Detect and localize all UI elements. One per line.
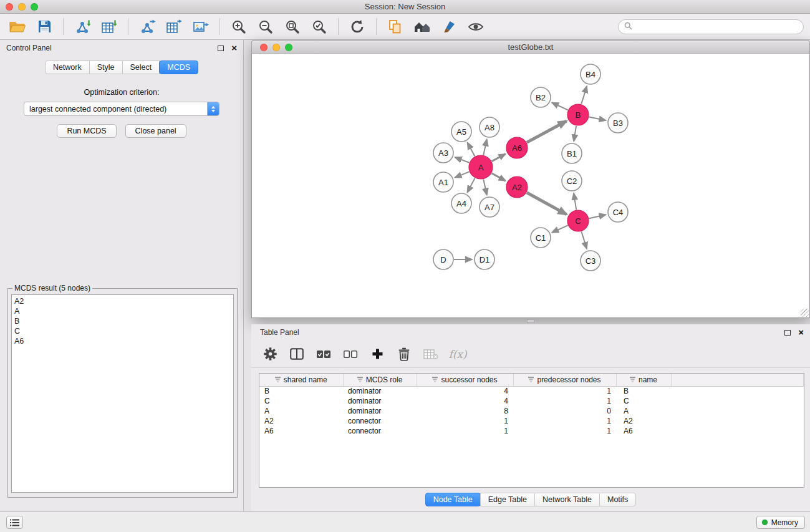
mcds-result-item[interactable]: A6	[14, 336, 231, 346]
table-cell[interactable]: 1	[513, 386, 616, 396]
table-row[interactable]: A6connector11A6	[259, 426, 804, 436]
table-cell[interactable]: A	[259, 406, 343, 416]
table-cell[interactable]: A2	[616, 416, 671, 426]
zoom-window-button[interactable]	[31, 3, 38, 11]
unchecked-boxes-icon[interactable]	[342, 346, 359, 363]
table-export-icon[interactable]	[163, 17, 185, 37]
network-node-B4[interactable]: B4	[581, 64, 600, 84]
magnifier-plus-icon[interactable]	[228, 17, 250, 37]
splitter-handle[interactable]	[527, 319, 534, 323]
dropdown-stepper-icon[interactable]	[207, 102, 219, 115]
column-header-shared-name[interactable]: shared name	[259, 374, 343, 386]
table-cell[interactable]: 4	[417, 386, 513, 396]
memory-button[interactable]: Memory	[756, 516, 805, 529]
network-node-A4[interactable]: A4	[451, 193, 471, 213]
network-node-B2[interactable]: B2	[531, 87, 551, 107]
table-cell[interactable]: C	[616, 396, 671, 406]
tab-style[interactable]: Style	[89, 60, 123, 74]
network-edge-C-C2[interactable]	[574, 193, 576, 210]
network-node-A6[interactable]: A6	[506, 137, 528, 158]
image-export-icon[interactable]	[190, 17, 212, 37]
tab-edge-table[interactable]: Edge Table	[480, 493, 535, 506]
network-zoom-button[interactable]	[285, 44, 292, 51]
search-input[interactable]	[635, 22, 798, 31]
tab-node-table[interactable]: Node Table	[425, 493, 481, 506]
table-row[interactable]: A2connector11A2	[259, 416, 804, 426]
float-panel-icon[interactable]	[218, 46, 224, 51]
checked-boxes-icon[interactable]	[315, 346, 332, 363]
network-node-C[interactable]: C	[567, 210, 589, 231]
documents-icon[interactable]	[384, 17, 407, 37]
close-window-button[interactable]	[6, 3, 13, 11]
houses-icon[interactable]	[411, 17, 433, 37]
network-node-A2[interactable]: A2	[506, 177, 528, 198]
network-node-C1[interactable]: C1	[531, 228, 551, 248]
network-edge-C-C1[interactable]	[552, 225, 567, 232]
circular-arrows-icon[interactable]	[346, 17, 369, 37]
table-cell[interactable]: 1	[513, 426, 616, 436]
table-row[interactable]: Bdominator41B	[259, 386, 804, 396]
network-node-A3[interactable]: A3	[433, 143, 453, 163]
menu-list-icon[interactable]	[6, 516, 23, 529]
table-import-icon[interactable]	[98, 17, 120, 37]
table-cell[interactable]: B	[259, 386, 343, 396]
table-cell[interactable]: 1	[417, 416, 513, 426]
close-table-panel-icon[interactable]: ×	[798, 329, 804, 336]
table-cell[interactable]: connector	[343, 426, 417, 436]
network-node-A[interactable]: A	[469, 155, 493, 179]
network-edge-A-A6[interactable]	[492, 154, 506, 162]
table-cell[interactable]: C	[259, 396, 343, 406]
network-node-C3[interactable]: C3	[581, 251, 600, 271]
mcds-result-item[interactable]: A2	[14, 296, 231, 306]
run-mcds-button[interactable]: Run MCDS	[57, 124, 116, 138]
network-node-A7[interactable]: A7	[480, 197, 499, 217]
table-cell[interactable]: B	[616, 386, 671, 396]
table-cell[interactable]: A6	[616, 426, 671, 436]
table-row[interactable]: Adominator80A	[259, 406, 804, 416]
mcds-result-item[interactable]: B	[14, 316, 231, 326]
table-cell[interactable]: A2	[259, 416, 343, 426]
column-header-mcds-role[interactable]: MCDS role	[343, 374, 417, 386]
network-node-A5[interactable]: A5	[451, 122, 471, 142]
network-edge-C-C4[interactable]	[589, 215, 606, 218]
magnifier-check-icon[interactable]	[308, 17, 330, 37]
network-edge-B-B1[interactable]	[574, 126, 576, 142]
table-cell[interactable]: 1	[417, 426, 513, 436]
paintbrush-icon[interactable]	[438, 17, 460, 37]
table-cell[interactable]: connector	[343, 416, 417, 426]
table-cell[interactable]: 1	[513, 416, 616, 426]
network-edge-B-B2[interactable]	[552, 103, 568, 110]
table-row[interactable]: Cdominator41C	[259, 396, 804, 406]
network-edge-A6-B[interactable]	[527, 121, 567, 142]
network-edge-C-C3[interactable]	[581, 231, 587, 249]
plus-icon[interactable]	[369, 346, 386, 363]
network-edge-A-A7[interactable]	[483, 180, 486, 195]
mcds-result-list[interactable]: A2ABCA6	[11, 294, 234, 493]
table-cell[interactable]: A	[616, 406, 671, 416]
network-node-B1[interactable]: B1	[562, 143, 582, 163]
tab-select[interactable]: Select	[122, 60, 160, 74]
tab-network[interactable]: Network	[45, 60, 90, 74]
close-panel-icon[interactable]: ×	[231, 44, 237, 52]
folder-open-icon[interactable]	[6, 17, 29, 37]
table-cell[interactable]: 0	[513, 406, 616, 416]
network-node-C2[interactable]: C2	[562, 171, 582, 191]
network-import-icon[interactable]	[71, 17, 94, 37]
network-edge-B-B4[interactable]	[581, 86, 587, 104]
network-edge-B-B3[interactable]	[589, 117, 606, 120]
table-cell[interactable]: 4	[417, 396, 513, 406]
network-canvas[interactable]: B4B2BB3A5A8A6A3B1AC2A1A2A4A7C4CC1C3DD1	[251, 54, 810, 318]
float-table-panel-icon[interactable]	[784, 330, 791, 336]
table-cell[interactable]: dominator	[343, 396, 417, 406]
table-delete-icon[interactable]	[422, 346, 440, 363]
column-header-name[interactable]: name	[616, 374, 671, 386]
network-node-D[interactable]: D	[433, 249, 453, 269]
table-cell[interactable]: 1	[513, 396, 616, 406]
network-close-button[interactable]	[260, 44, 268, 51]
column-header-predecessor-nodes[interactable]: predecessor nodes	[513, 374, 616, 386]
network-edge-A-A2[interactable]	[492, 173, 506, 181]
network-edge-A-A3[interactable]	[455, 157, 470, 163]
close-panel-button[interactable]: Close panel	[125, 124, 186, 138]
network-export-icon[interactable]	[136, 17, 158, 37]
table-cell[interactable]: A6	[259, 426, 343, 436]
